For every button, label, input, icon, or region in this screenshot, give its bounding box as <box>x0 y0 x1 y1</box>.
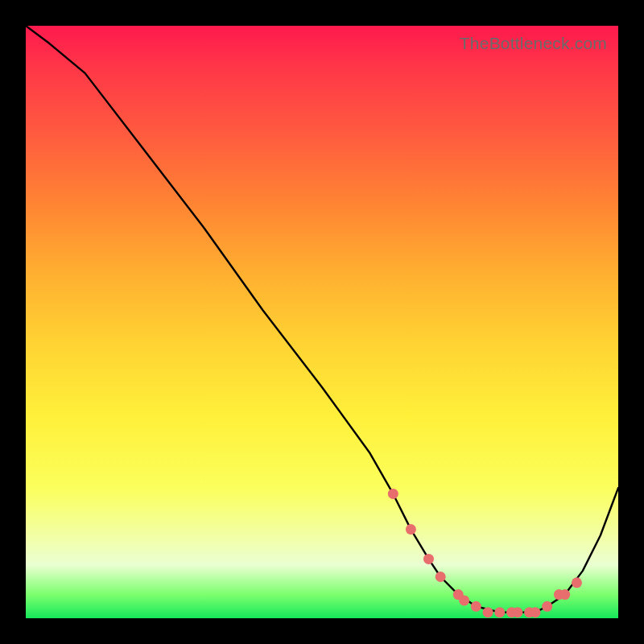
chart-svg <box>26 26 618 618</box>
curve-marker <box>423 554 434 564</box>
curve-marker <box>483 607 493 617</box>
curve-marker <box>512 607 522 617</box>
curve-marker <box>459 595 469 605</box>
curve-marker <box>559 589 570 600</box>
curve-marker <box>436 572 446 582</box>
curve-marker <box>572 577 582 588</box>
curve-marker <box>542 601 552 612</box>
curve-markers <box>388 489 582 617</box>
curve-marker <box>494 607 505 617</box>
chart-frame: TheBottleneck.com <box>0 0 644 644</box>
bottleneck-curve <box>26 26 618 613</box>
curve-marker <box>406 524 416 535</box>
curve-marker <box>530 607 540 617</box>
curve-marker <box>388 489 398 499</box>
curve-marker <box>471 601 481 612</box>
plot-area: TheBottleneck.com <box>26 26 618 618</box>
